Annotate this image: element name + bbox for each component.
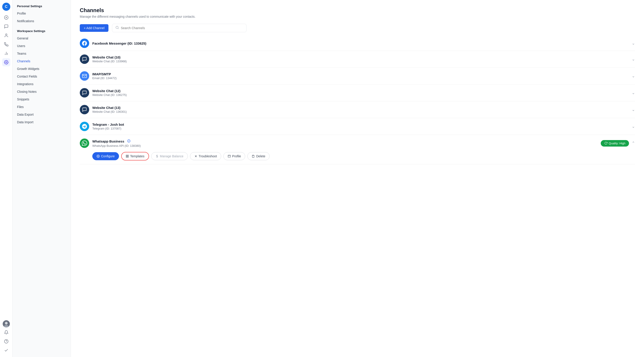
templates-button[interactable]: Templates xyxy=(121,152,149,160)
channel-header-imap[interactable]: IMAP/SMTP Email (ID: 134472) ⌄ xyxy=(80,71,635,81)
channel-icon-facebook xyxy=(80,38,89,48)
channel-header-telegram[interactable]: Telegram - Josh bot Telegram (ID: 137087… xyxy=(80,122,635,131)
settings-nav: Personal Settings Profile Notifications … xyxy=(12,0,71,357)
personal-settings-title: Personal Settings xyxy=(12,4,70,10)
channel-name-websitechat12: Website Chat (12) xyxy=(92,89,628,93)
delete-label: Delete xyxy=(256,154,265,158)
checkmark-icon[interactable] xyxy=(2,346,10,354)
channel-icon-websitechat13 xyxy=(80,105,89,114)
channel-header-websitechat10[interactable]: Website Chat (10) Website Chat (ID: 1339… xyxy=(80,54,635,64)
sidebar-item-profile[interactable]: Profile xyxy=(12,10,70,17)
channel-info-websitechat13: Website Chat (13) Website Chat (ID: 1363… xyxy=(92,106,628,114)
quality-label: Quality: High xyxy=(609,142,626,145)
sidebar-item-growth-widgets[interactable]: Growth Widgets xyxy=(12,65,70,72)
svg-point-5 xyxy=(6,62,7,63)
svg-rect-16 xyxy=(128,156,128,157)
sidebar-item-closing-notes[interactable]: Closing Notes xyxy=(12,88,70,96)
sidebar-item-channels[interactable]: Channels xyxy=(12,57,70,65)
manage-balance-button[interactable]: Manage Balance xyxy=(151,152,188,160)
channel-item-facebook: Facebook Messenger (ID: 133625) ⌄ xyxy=(80,36,635,51)
channel-item-websitechat13: Website Chat (13) Website Chat (ID: 1363… xyxy=(80,101,635,118)
sidebar-item-files[interactable]: Files xyxy=(12,103,70,111)
sidebar-item-contact-fields[interactable]: Contact Fields xyxy=(12,72,70,80)
notification-icon[interactable] xyxy=(2,328,10,336)
page-description: Manage the different messaging channels … xyxy=(80,15,635,18)
channel-header-websitechat13[interactable]: Website Chat (13) Website Chat (ID: 1363… xyxy=(80,105,635,114)
svg-point-7 xyxy=(5,322,8,324)
search-input[interactable] xyxy=(121,26,243,30)
channel-info-facebook: Facebook Messenger (ID: 133625) xyxy=(92,42,628,45)
channel-name-websitechat10: Website Chat (10) xyxy=(92,55,628,59)
delete-button[interactable]: Delete xyxy=(248,152,269,160)
chevron-icon-facebook: ⌄ xyxy=(632,41,635,46)
channel-header-whatsapp: Whatsapp Business WhatsApp Business API … xyxy=(80,138,635,148)
configure-button[interactable]: Configure xyxy=(92,152,119,160)
channel-click-area-whatsapp[interactable]: Whatsapp Business WhatsApp Business API … xyxy=(80,138,601,148)
troubleshoot-label: Troubleshoot xyxy=(199,154,217,158)
reports-icon[interactable] xyxy=(2,49,10,57)
toolbar: + Add Channel xyxy=(71,24,644,36)
channel-icon-whatsapp xyxy=(80,138,89,148)
profile-button[interactable]: Profile xyxy=(224,152,245,160)
svg-point-11 xyxy=(116,26,118,29)
templates-label: Templates xyxy=(130,154,144,158)
svg-rect-14 xyxy=(126,155,127,156)
svg-point-13 xyxy=(98,156,98,157)
channel-name-whatsapp: Whatsapp Business xyxy=(92,140,124,143)
channel-actions-whatsapp: Configure Templates Manage Balance Troub… xyxy=(80,152,635,160)
profile-label: Profile xyxy=(232,154,241,158)
channel-sub-websitechat13: Website Chat (ID: 136301) xyxy=(92,110,628,114)
svg-rect-21 xyxy=(228,155,230,158)
channel-sub-imap: Email (ID: 134472) xyxy=(92,76,628,80)
channel-sub-whatsapp: WhatsApp Business API (ID: 138380) xyxy=(92,144,601,148)
channel-info-telegram: Telegram - Josh bot Telegram (ID: 137087… xyxy=(92,122,628,130)
channel-item-websitechat10: Website Chat (10) Website Chat (ID: 1339… xyxy=(80,51,635,68)
channel-name-websitechat13: Website Chat (13) xyxy=(92,106,628,110)
chevron-icon-websitechat13: ⌄ xyxy=(632,107,635,112)
phone-icon[interactable] xyxy=(2,40,10,48)
main-header: Channels Manage the different messaging … xyxy=(71,0,644,18)
sidebar-item-data-import[interactable]: Data Import xyxy=(12,118,70,126)
sidebar-item-general[interactable]: General xyxy=(12,34,70,42)
home-icon[interactable] xyxy=(2,14,10,22)
channel-sub-websitechat10: Website Chat (ID: 133968) xyxy=(92,60,628,63)
channel-icon-websitechat12 xyxy=(80,88,89,98)
help-icon[interactable] xyxy=(2,337,10,345)
sidebar-item-teams[interactable]: Teams xyxy=(12,50,70,57)
channels-list: Facebook Messenger (ID: 133625) ⌄ Websit… xyxy=(71,36,644,164)
channel-info-websitechat10: Website Chat (10) Website Chat (ID: 1339… xyxy=(92,55,628,63)
channel-info-imap: IMAP/SMTP Email (ID: 134472) xyxy=(92,72,628,80)
chevron-icon-whatsapp[interactable]: ⌃ xyxy=(632,141,635,146)
page-title: Channels xyxy=(80,7,635,14)
channel-info-websitechat12: Website Chat (12) Website Chat (ID: 1362… xyxy=(92,89,628,96)
manage-balance-label: Manage Balance xyxy=(160,154,184,158)
settings-icon[interactable] xyxy=(2,58,10,66)
sidebar-item-data-export[interactable]: Data Export xyxy=(12,111,70,118)
channel-icon-websitechat10 xyxy=(80,54,89,64)
verified-icon-whatsapp xyxy=(127,139,131,144)
channel-header-facebook[interactable]: Facebook Messenger (ID: 133625) ⌄ xyxy=(80,38,635,48)
contacts-icon[interactable] xyxy=(2,31,10,40)
configure-label: Configure xyxy=(101,154,115,158)
search-box xyxy=(112,24,246,32)
channel-item-imap: IMAP/SMTP Email (ID: 134472) ⌄ xyxy=(80,68,635,84)
icon-strip: C xyxy=(0,0,12,357)
channel-item-telegram: Telegram - Josh bot Telegram (ID: 137087… xyxy=(80,118,635,135)
troubleshoot-button[interactable]: Troubleshoot xyxy=(190,152,221,160)
sidebar-item-integrations[interactable]: Integrations xyxy=(12,80,70,88)
sidebar-item-notifications[interactable]: Notifications xyxy=(12,17,70,25)
channel-name-facebook: Facebook Messenger (ID: 133625) xyxy=(92,42,628,45)
channel-sub-websitechat12: Website Chat (ID: 136275) xyxy=(92,93,628,96)
channel-icon-telegram xyxy=(80,122,89,131)
user-initial[interactable]: C xyxy=(2,3,10,11)
workspace-settings-title: Workspace Settings xyxy=(12,29,70,34)
channel-header-websitechat12[interactable]: Website Chat (12) Website Chat (ID: 1362… xyxy=(80,88,635,98)
add-channel-button[interactable]: + Add Channel xyxy=(80,24,108,32)
channel-info-whatsapp: Whatsapp Business WhatsApp Business API … xyxy=(92,139,601,148)
sidebar-item-users[interactable]: Users xyxy=(12,42,70,50)
user-avatar[interactable] xyxy=(3,320,10,328)
channel-name-telegram: Telegram - Josh bot xyxy=(92,122,628,126)
chat-icon[interactable] xyxy=(2,22,10,30)
sidebar-item-snippets[interactable]: Snippets xyxy=(12,96,70,103)
channel-sub-telegram: Telegram (ID: 137087) xyxy=(92,127,628,130)
